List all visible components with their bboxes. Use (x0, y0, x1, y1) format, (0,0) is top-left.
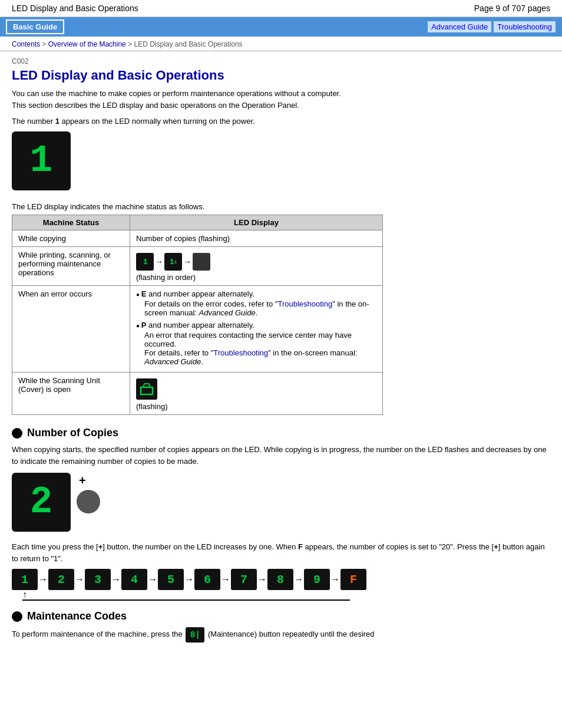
status-table: Machine Status LED Display While copying… (12, 215, 383, 415)
plus-button-area: + (77, 473, 100, 513)
copies-note-text: Each time you press the [+] button, the … (12, 541, 550, 564)
troubleshooting-link-e[interactable]: Troubleshooting (277, 299, 332, 308)
open-cover-display (136, 378, 376, 400)
table-row: While copying Number of copies (flashing… (12, 230, 383, 247)
breadcrumb-sep2: > (126, 40, 134, 48)
breadcrumb-contents[interactable]: Contents (12, 40, 40, 48)
led-status-text: The LED display indicates the machine st… (12, 202, 550, 211)
seq-num-7: 7 (231, 569, 257, 590)
table-row: While the Scanning Unit (Cover) is open (12, 373, 383, 415)
copies-intro-text: When copying starts, the specified numbe… (12, 444, 550, 467)
error-item-e: E and number appear alternately. For det… (136, 289, 376, 317)
plus-label: + (79, 474, 86, 487)
breadcrumb-sep1: > (40, 40, 48, 48)
seq-num-9: 9 (304, 569, 330, 590)
seq-num-6: 6 (194, 569, 220, 590)
col-machine-status: Machine Status (12, 215, 130, 230)
status-cell: While printing, scanning, or performing … (12, 247, 130, 286)
led-display-2: 2 (12, 473, 71, 532)
led-digit-2: 2 (30, 481, 52, 523)
status-cell: While copying (12, 230, 130, 247)
led-open-icon (136, 378, 157, 400)
breadcrumb-current: LED Display and Basic Operations (134, 40, 242, 48)
led-mini-1: 1 (136, 253, 154, 271)
nav-tabs: Basic Guide Advanced Guide Troubleshooti… (0, 17, 562, 37)
led-mini-3 (193, 253, 210, 271)
main-content: C002 LED Display and Basic Operations Yo… (0, 51, 562, 654)
led-normal-text: The number 1 appears on the LED normally… (12, 117, 550, 126)
seq-num-2: 2 (48, 569, 74, 590)
led-mini-2: 11 (164, 253, 182, 271)
section-bullet-copies (12, 428, 22, 439)
error-note-p: An error that requires contacting the se… (136, 331, 376, 366)
svg-rect-0 (141, 387, 153, 394)
return-line (22, 599, 350, 601)
document-title: LED Display and Basic Operations (12, 4, 138, 13)
code-label: C002 (12, 57, 550, 65)
status-cell: While the Scanning Unit (Cover) is open (12, 373, 130, 415)
display-cell: Number of copies (flashing) (130, 230, 383, 247)
maintenance-text: To perform maintenance of the machine, p… (12, 627, 550, 643)
basic-guide-tab[interactable]: Basic Guide (6, 19, 64, 34)
seq-num-f: F (340, 569, 366, 590)
table-row: While printing, scanning, or performing … (12, 247, 383, 286)
seq-note: (flashing in order) (136, 273, 376, 282)
maintenance-codes-header: Maintenance Codes (12, 610, 550, 622)
error-item-p: P and number appear alternately. An erro… (136, 321, 376, 366)
page-title: LED Display and Basic Operations (12, 68, 550, 83)
page-info: Page 9 of 707 pages (474, 4, 550, 13)
maintenance-codes-title: Maintenance Codes (27, 610, 127, 622)
number-copies-header: Number of Copies (12, 427, 550, 439)
num-seq-container: 1 → 2 → 3 → 4 → 5 → 6 → 7 → 8 → 9 → F ↑ (12, 569, 550, 601)
status-cell: When an error occurs (12, 286, 130, 373)
led-sequence: 1 → 11 → (136, 253, 376, 271)
table-row: When an error occurs E and number appear… (12, 286, 383, 373)
copies-display-row: 2 + (12, 473, 550, 532)
breadcrumb: Contents > Overview of the Machine > LED… (0, 37, 562, 51)
display-cell: 1 → 11 → (flashing in order) (130, 247, 383, 286)
number-copies-title: Number of Copies (27, 427, 118, 439)
seq-num-3: 3 (85, 569, 111, 590)
return-arrow-up: ↑ (22, 590, 27, 599)
display-cell: E and number appear alternately. For det… (130, 286, 383, 373)
error-note-e: For details on the error codes, refer to… (136, 299, 376, 317)
seq-arrow: → (183, 257, 191, 266)
intro-text: You can use the machine to make copies o… (12, 88, 550, 111)
led-display-1: 1 (12, 131, 71, 190)
troubleshooting-link-p[interactable]: Troubleshooting (213, 348, 268, 357)
display-cell: (flashing) (130, 373, 383, 415)
top-bar: LED Display and Basic Operations Page 9 … (0, 0, 562, 17)
seq-num-5: 5 (158, 569, 184, 590)
advanced-guide-link[interactable]: Advanced Guide (427, 21, 492, 33)
col-led-display: LED Display (130, 215, 383, 230)
return-arrow-row: ↑ (12, 590, 550, 601)
return-arrow: ↑ (12, 590, 350, 601)
num-sequence: 1 → 2 → 3 → 4 → 5 → 6 → 7 → 8 → 9 → F (12, 569, 550, 590)
led-digit-1: 1 (30, 142, 52, 180)
seq-num-1: 1 (12, 569, 38, 590)
section-bullet-maintenance (12, 611, 22, 622)
seq-arrow: → (155, 257, 163, 266)
troubleshooting-link[interactable]: Troubleshooting (493, 21, 556, 33)
maintenance-icon: 8| (186, 627, 204, 643)
seq-num-4: 4 (121, 569, 147, 590)
plus-button[interactable] (77, 490, 100, 513)
seq-num-8: 8 (267, 569, 293, 590)
open-cover-svg (140, 383, 154, 396)
breadcrumb-overview[interactable]: Overview of the Machine (48, 40, 126, 48)
open-note: (flashing) (136, 402, 376, 411)
